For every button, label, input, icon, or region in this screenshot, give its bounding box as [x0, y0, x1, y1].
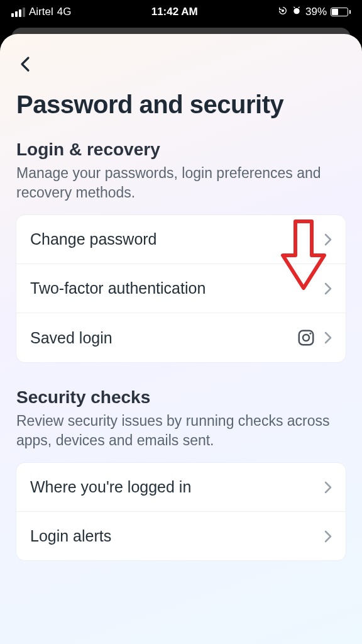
section-desc-security-checks: Review security issues by running checks…: [16, 411, 346, 450]
page-title: Password and security: [16, 91, 346, 118]
svg-point-3: [303, 335, 309, 341]
svg-point-1: [293, 8, 299, 14]
chevron-right-icon: [324, 331, 332, 344]
status-right: 39%: [278, 6, 351, 19]
row-label: Two-factor authentication: [30, 279, 315, 297]
signal-icon: [11, 8, 25, 17]
status-bar: Airtel 4G 11:42 AM 39%: [0, 0, 362, 24]
instagram-icon: [297, 328, 315, 347]
section-title-login-recovery: Login & recovery: [16, 140, 346, 160]
battery-icon: [331, 8, 351, 16]
section-title-security-checks: Security checks: [16, 387, 346, 408]
svg-point-4: [309, 333, 311, 335]
carrier-label: Airtel: [29, 6, 53, 18]
row-login-alerts[interactable]: Login alerts: [16, 512, 346, 560]
settings-sheet: Password and security Login & recovery M…: [0, 34, 362, 644]
battery-pct: 39%: [305, 6, 327, 18]
svg-point-0: [282, 9, 284, 11]
chevron-left-icon: [19, 55, 31, 73]
row-saved-login[interactable]: Saved login: [16, 313, 346, 362]
status-left: Airtel 4G: [11, 6, 71, 18]
chevron-right-icon: [324, 530, 332, 543]
row-label: Change password: [30, 230, 315, 248]
network-label: 4G: [57, 6, 72, 18]
alarm-icon: [292, 6, 302, 19]
status-time: 11:42 AM: [151, 6, 198, 18]
orientation-lock-icon: [278, 6, 288, 19]
back-button[interactable]: [16, 55, 34, 73]
row-where-logged-in[interactable]: Where you're logged in: [16, 463, 346, 512]
list-card-security-checks: Where you're logged in Login alerts: [16, 463, 346, 560]
annotation-arrow-icon: [279, 219, 328, 292]
row-label: Login alerts: [30, 527, 315, 545]
row-label: Where you're logged in: [30, 478, 315, 496]
section-desc-login-recovery: Manage your passwords, login preferences…: [16, 164, 346, 203]
chevron-right-icon: [324, 481, 332, 494]
row-label: Saved login: [30, 329, 288, 347]
